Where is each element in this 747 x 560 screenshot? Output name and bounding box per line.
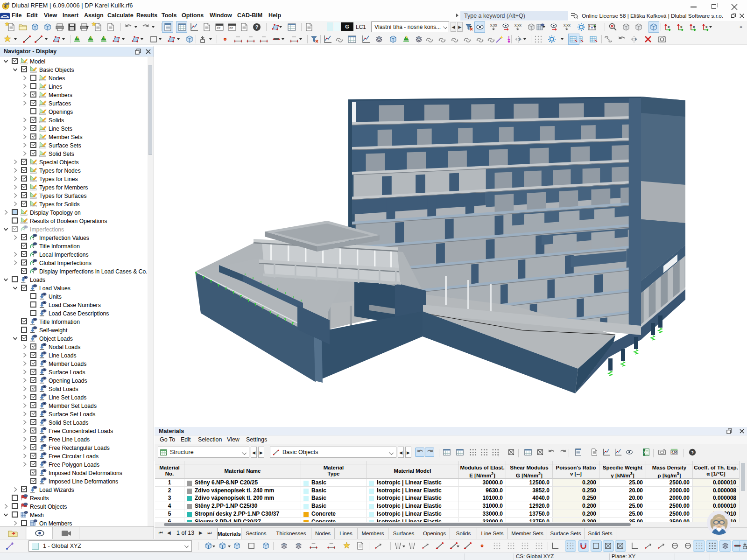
svg-text:6: 6 [4, 4, 7, 9]
